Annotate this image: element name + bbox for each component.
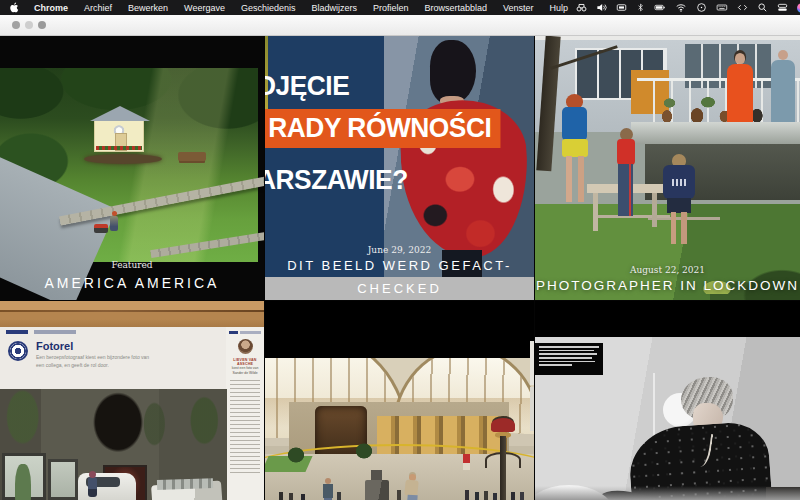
menu-hulp[interactable]: Hulp [542,3,577,13]
fotorel-subtext: Een beroepsfotograaf kiest een bijzonder… [36,354,156,369]
wifi-icon[interactable] [675,2,687,13]
newspaper-section-header [6,330,106,334]
menu-venster[interactable]: Venster [495,3,542,13]
girl-red-top-illustration [615,128,639,220]
menu-chrome[interactable]: Chrome [26,3,76,13]
control-center-icon[interactable] [777,2,788,13]
white-car-illustration [78,473,136,500]
volume-icon[interactable] [596,2,607,13]
tile-fotorel-newspaper[interactable]: Fotorel Een beroepsfotograaf kiest een b… [0,301,264,500]
byline-name: LIEVEN VAN ASSCHE [226,358,264,366]
menu-profielen[interactable]: Profielen [365,3,417,13]
camera-logo-icon [8,341,28,361]
crowd-illustration [279,492,283,500]
newspaper-page: Fotorel Een beroepsfotograaf kiest een b… [0,327,264,500]
menu-browsertabblad[interactable]: Browsertabblad [417,3,496,13]
garden-playhouse-photo [0,68,258,262]
article-grid: Featured AMERICA AMERICA DJĘCIE RADY RÓW… [0,36,800,500]
polish-headline-graphic: DJĘCIE RADY RÓWNOŚCI ARSZAWIE? [265,72,501,203]
bluetooth-icon[interactable] [636,2,645,13]
minimize-window-button[interactable] [25,21,33,29]
menu-geschiedenis[interactable]: Geschiedenis [233,3,304,13]
tile-caption: June 29, 2022 DIT BEELD WERD GEFACT- [265,245,534,273]
keyboard-icon[interactable] [716,2,728,13]
woman-orange-dress-illustration [727,64,753,126]
man-blue-shirt-illustration [771,60,795,124]
page-edge-strip [530,341,534,385]
lawn-mower-illustration [94,224,108,233]
top-white-strip [535,36,800,40]
menu-archief[interactable]: Archief [76,3,120,13]
flag-illustration [463,454,470,470]
tile-bw-portrait[interactable] [535,301,800,500]
window-titlebar [0,15,800,36]
byline-subtext: kiest een foto vanSander de Wilde [226,366,264,376]
article-title-line1: DIT BEELD WERD GEFACT- [265,258,534,273]
newspaper-right-column: LIEVEN VAN ASSCHE kiest een foto vanSand… [226,327,264,500]
garden-bed-illustration [84,154,162,164]
tile-panorama-hall[interactable] [265,301,534,500]
article-title: AMERICA AMERICA [0,275,264,291]
menu-bladwijzers[interactable]: Bladwijzers [303,3,365,13]
man-pushing-trolley-illustration [405,474,418,500]
article-date: August 22, 2021 [535,265,800,275]
plant-pots-illustration [655,108,775,122]
tile-photographer-in-lockdown[interactable]: August 22, 2021 PHOTOGRAPHER IN LOCKDOWN [535,36,800,300]
ornate-lamp-post-illustration [483,418,523,500]
input-source-icon[interactable] [616,2,627,13]
tile-caption: August 22, 2021 PHOTOGRAPHER IN LOCKDOWN [535,265,800,293]
potted-plant-illustration-2 [283,442,309,468]
boy-redhead-illustration [559,94,589,204]
featured-label: Featured [0,260,264,270]
binoculars-icon[interactable] [576,2,587,13]
menu-bar: Chrome Archief Bewerken Weergave Geschie… [0,0,800,15]
battery-icon[interactable] [654,2,666,13]
art-nouveau-hall-photo [265,358,534,500]
wrecked-car-illustration [151,481,223,500]
photo-caption-text-block [535,343,603,375]
stone-wall-lower-illustration [150,230,264,258]
time-machine-icon[interactable] [696,2,707,13]
spotlight-icon[interactable] [757,2,768,13]
article-title: PHOTOGRAPHER IN LOCKDOWN [535,278,800,293]
passerby-illustration [88,477,97,497]
menu-weergave[interactable]: Weergave [176,3,233,13]
top-black-band [265,301,534,358]
tile-caption: Featured AMERICA AMERICA [0,260,264,291]
tile-america-america[interactable]: Featured AMERICA AMERICA [0,36,264,300]
glass-display-case-left [2,453,46,500]
close-window-button[interactable] [12,21,20,29]
menu-bewerken[interactable]: Bewerken [120,3,176,13]
column-header-line [229,331,261,334]
desk-shadow [535,486,800,500]
headline-line-2: RADY RÓWNOŚCI [265,109,501,148]
wood-table-background [0,301,264,327]
glass-display-case-right [48,459,78,500]
potted-plant-illustration [351,438,377,464]
tile-factcheck[interactable]: DJĘCIE RADY RÓWNOŚCI ARSZAWIE? June 29, … [265,36,534,300]
headline-line-1: DJĘCIE [265,72,501,100]
apple-menu-icon[interactable] [0,2,26,13]
article-title-line2: CHECKED [357,281,442,296]
mossy-facade-overlay [0,389,227,459]
caption-overflow-bar: CHECKED [265,277,534,300]
code-icon[interactable] [737,2,748,13]
photographer-avatar [238,339,253,354]
zoom-window-button[interactable] [38,21,46,29]
picnic-table-illustration [178,152,206,161]
fotorel-headline: Fotorel [36,340,73,352]
article-date: June 29, 2022 [265,245,534,255]
mowing-man-illustration [110,216,118,231]
balcony-slab-illustration [631,122,800,144]
camera-trolley-illustration [365,470,389,500]
boy-hoodie-illustration [663,154,697,244]
headline-line-3: ARSZAWIE? [265,166,501,194]
body-text-lines [230,380,260,476]
bystander-illustration [323,478,333,500]
flower-box-illustration [96,146,142,150]
